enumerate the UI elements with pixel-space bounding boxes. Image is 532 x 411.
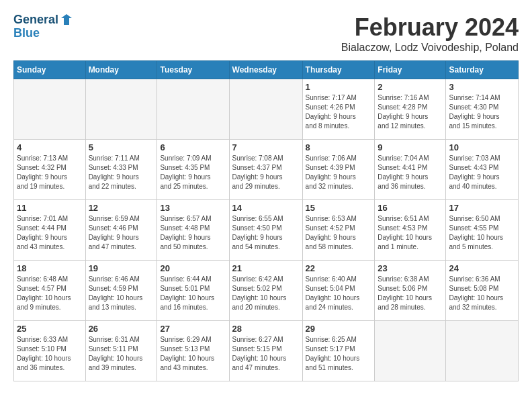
calendar-week-row: 18Sunrise: 6:48 AMSunset: 4:57 PMDayligh… [14, 261, 519, 321]
day-info: Sunrise: 6:25 AMSunset: 5:17 PMDaylight:… [306, 335, 372, 373]
day-info: Sunrise: 6:29 AMSunset: 5:13 PMDaylight:… [160, 335, 226, 373]
col-tuesday: Tuesday [157, 61, 229, 79]
day-info: Sunrise: 7:11 AMSunset: 4:33 PMDaylight:… [89, 154, 154, 191]
day-info: Sunrise: 6:55 AMSunset: 4:50 PMDaylight:… [232, 214, 300, 252]
table-row [375, 321, 446, 381]
day-number: 28 [232, 324, 300, 334]
day-info: Sunrise: 7:16 AMSunset: 4:28 PMDaylight:… [378, 93, 443, 131]
logo-flag-icon [60, 13, 73, 26]
day-info: Sunrise: 6:40 AMSunset: 5:04 PMDaylight:… [306, 275, 372, 312]
day-info: Sunrise: 6:31 AMSunset: 5:11 PMDaylight:… [89, 335, 154, 373]
day-info: Sunrise: 6:38 AMSunset: 5:06 PMDaylight:… [378, 275, 443, 312]
table-row: 29Sunrise: 6:25 AMSunset: 5:17 PMDayligh… [302, 321, 375, 381]
table-row: 10Sunrise: 7:03 AMSunset: 4:43 PMDayligh… [446, 140, 519, 200]
table-row: 23Sunrise: 6:38 AMSunset: 5:06 PMDayligh… [375, 261, 446, 321]
day-number: 1 [306, 82, 372, 92]
table-row: 11Sunrise: 7:01 AMSunset: 4:44 PMDayligh… [14, 200, 86, 261]
table-row: 13Sunrise: 6:57 AMSunset: 4:48 PMDayligh… [157, 200, 229, 261]
page-wrapper: General Blue February 2024 Bialaczow, Lo… [13, 13, 519, 381]
table-row: 1Sunrise: 7:17 AMSunset: 4:26 PMDaylight… [302, 79, 375, 140]
day-number: 13 [160, 203, 226, 213]
table-row [157, 79, 229, 140]
day-info: Sunrise: 6:51 AMSunset: 4:53 PMDaylight:… [378, 214, 443, 252]
table-row: 8Sunrise: 7:06 AMSunset: 4:39 PMDaylight… [302, 140, 375, 200]
day-info: Sunrise: 6:59 AMSunset: 4:46 PMDaylight:… [89, 214, 154, 252]
day-info: Sunrise: 6:27 AMSunset: 5:15 PMDaylight:… [232, 335, 300, 373]
calendar-week-row: 25Sunrise: 6:33 AMSunset: 5:10 PMDayligh… [14, 321, 519, 381]
table-row: 21Sunrise: 6:42 AMSunset: 5:02 PMDayligh… [229, 261, 302, 321]
table-row: 5Sunrise: 7:11 AMSunset: 4:33 PMDaylight… [85, 140, 157, 200]
calendar-table: Sunday Monday Tuesday Wednesday Thursday… [13, 60, 519, 381]
day-number: 19 [89, 263, 154, 273]
table-row [14, 79, 86, 140]
page-title: February 2024 [341, 13, 519, 42]
day-number: 6 [160, 142, 226, 152]
day-number: 23 [378, 263, 443, 273]
table-row: 19Sunrise: 6:46 AMSunset: 4:59 PMDayligh… [85, 261, 157, 321]
day-number: 12 [89, 203, 154, 213]
day-info: Sunrise: 7:06 AMSunset: 4:39 PMDaylight:… [306, 154, 372, 191]
day-number: 8 [306, 142, 372, 152]
day-number: 25 [17, 324, 83, 334]
col-saturday: Saturday [446, 61, 519, 79]
day-number: 22 [306, 263, 372, 273]
table-row: 12Sunrise: 6:59 AMSunset: 4:46 PMDayligh… [85, 200, 157, 261]
table-row: 16Sunrise: 6:51 AMSunset: 4:53 PMDayligh… [375, 200, 446, 261]
col-wednesday: Wednesday [229, 61, 302, 79]
day-info: Sunrise: 6:50 AMSunset: 4:55 PMDaylight:… [449, 214, 515, 252]
logo-general: General [13, 13, 58, 27]
day-info: Sunrise: 7:17 AMSunset: 4:26 PMDaylight:… [306, 93, 372, 131]
table-row [446, 321, 519, 381]
col-sunday: Sunday [14, 61, 86, 79]
calendar-week-row: 11Sunrise: 7:01 AMSunset: 4:44 PMDayligh… [14, 200, 519, 261]
day-info: Sunrise: 7:03 AMSunset: 4:43 PMDaylight:… [449, 154, 515, 191]
table-row: 4Sunrise: 7:13 AMSunset: 4:32 PMDaylight… [14, 140, 86, 200]
day-number: 29 [306, 324, 372, 334]
table-row: 22Sunrise: 6:40 AMSunset: 5:04 PMDayligh… [302, 261, 375, 321]
day-number: 11 [17, 203, 83, 213]
day-number: 4 [17, 142, 83, 152]
table-row: 15Sunrise: 6:53 AMSunset: 4:52 PMDayligh… [302, 200, 375, 261]
table-row: 3Sunrise: 7:14 AMSunset: 4:30 PMDaylight… [446, 79, 519, 140]
day-info: Sunrise: 7:09 AMSunset: 4:35 PMDaylight:… [160, 154, 226, 191]
calendar-week-row: 1Sunrise: 7:17 AMSunset: 4:26 PMDaylight… [14, 79, 519, 140]
day-info: Sunrise: 6:42 AMSunset: 5:02 PMDaylight:… [232, 275, 300, 312]
table-row: 26Sunrise: 6:31 AMSunset: 5:11 PMDayligh… [85, 321, 157, 381]
table-row: 7Sunrise: 7:08 AMSunset: 4:37 PMDaylight… [229, 140, 302, 200]
calendar-header-row: Sunday Monday Tuesday Wednesday Thursday… [14, 61, 519, 79]
day-number: 18 [17, 263, 83, 273]
table-row: 14Sunrise: 6:55 AMSunset: 4:50 PMDayligh… [229, 200, 302, 261]
day-number: 21 [232, 263, 300, 273]
col-thursday: Thursday [302, 61, 375, 79]
day-number: 14 [232, 203, 300, 213]
day-info: Sunrise: 6:53 AMSunset: 4:52 PMDaylight:… [306, 214, 372, 252]
day-number: 20 [160, 263, 226, 273]
table-row: 9Sunrise: 7:04 AMSunset: 4:41 PMDaylight… [375, 140, 446, 200]
day-number: 5 [89, 142, 154, 152]
table-row [85, 79, 157, 140]
day-info: Sunrise: 6:48 AMSunset: 4:57 PMDaylight:… [17, 275, 83, 312]
day-info: Sunrise: 7:04 AMSunset: 4:41 PMDaylight:… [378, 154, 443, 191]
table-row: 2Sunrise: 7:16 AMSunset: 4:28 PMDaylight… [375, 79, 446, 140]
table-row: 24Sunrise: 6:36 AMSunset: 5:08 PMDayligh… [446, 261, 519, 321]
table-row: 20Sunrise: 6:44 AMSunset: 5:01 PMDayligh… [157, 261, 229, 321]
day-info: Sunrise: 6:33 AMSunset: 5:10 PMDaylight:… [17, 335, 83, 373]
page-subtitle: Bialaczow, Lodz Voivodeship, Poland [341, 42, 519, 54]
day-info: Sunrise: 6:46 AMSunset: 4:59 PMDaylight:… [89, 275, 154, 312]
day-info: Sunrise: 6:57 AMSunset: 4:48 PMDaylight:… [160, 214, 226, 252]
table-row: 25Sunrise: 6:33 AMSunset: 5:10 PMDayligh… [14, 321, 86, 381]
day-info: Sunrise: 7:14 AMSunset: 4:30 PMDaylight:… [449, 93, 515, 131]
title-section: February 2024 Bialaczow, Lodz Voivodeshi… [341, 13, 519, 54]
logo: General Blue [13, 13, 73, 40]
day-number: 24 [449, 263, 515, 273]
col-friday: Friday [375, 61, 446, 79]
table-row: 18Sunrise: 6:48 AMSunset: 4:57 PMDayligh… [14, 261, 86, 321]
table-row: 28Sunrise: 6:27 AMSunset: 5:15 PMDayligh… [229, 321, 302, 381]
day-info: Sunrise: 7:01 AMSunset: 4:44 PMDaylight:… [17, 214, 83, 252]
col-monday: Monday [85, 61, 157, 79]
logo-blue: Blue [13, 27, 73, 40]
day-info: Sunrise: 6:44 AMSunset: 5:01 PMDaylight:… [160, 275, 226, 312]
day-number: 16 [378, 203, 443, 213]
day-number: 15 [306, 203, 372, 213]
table-row: 6Sunrise: 7:09 AMSunset: 4:35 PMDaylight… [157, 140, 229, 200]
